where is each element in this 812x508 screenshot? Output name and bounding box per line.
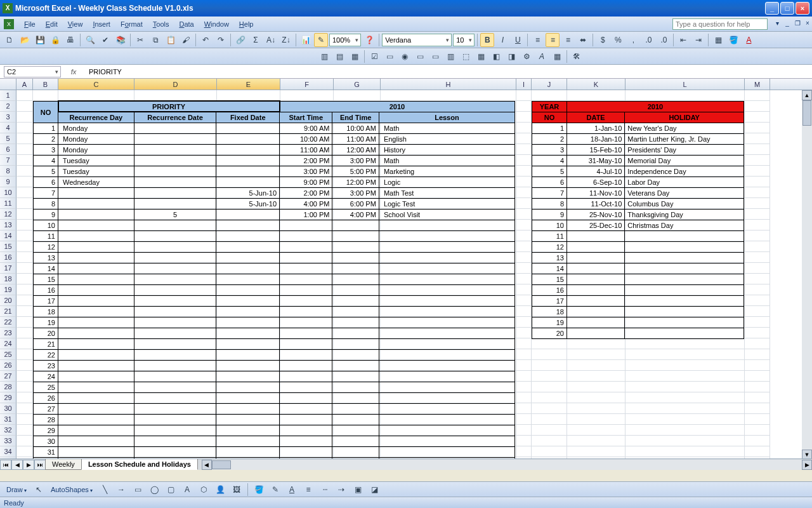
cell[interactable] (567, 371, 625, 382)
redo-icon[interactable]: ↷ (214, 33, 228, 47)
tb2-icon-12[interactable]: ◧ (489, 50, 503, 64)
row-header[interactable]: 27 (0, 371, 16, 382)
align-center-icon[interactable]: ≡ (546, 33, 560, 47)
table-row[interactable]: 4 Tuesday2:00 PM3:00 PM Math (34, 156, 515, 166)
cell[interactable] (280, 90, 334, 101)
italic-icon[interactable]: I (495, 33, 509, 47)
col-header-B[interactable]: B (33, 79, 58, 90)
cell[interactable] (745, 263, 770, 274)
cell[interactable] (745, 425, 770, 436)
cell[interactable] (745, 446, 770, 457)
align-right-icon[interactable]: ≡ (561, 33, 575, 47)
formula-input[interactable]: PRIORITY (86, 68, 812, 76)
cell[interactable] (567, 90, 625, 101)
col-header-I[interactable]: I (516, 79, 532, 90)
open-icon[interactable]: 📂 (18, 33, 32, 47)
cell[interactable] (567, 382, 625, 392)
help-dropdown-icon[interactable]: ▾ (773, 20, 782, 29)
cell[interactable] (532, 403, 567, 414)
underline-icon[interactable]: U (511, 33, 525, 47)
name-box[interactable]: C2 (4, 66, 61, 77)
row-header[interactable]: 34 (0, 446, 16, 457)
table-row[interactable]: 19 (34, 318, 515, 328)
row-header[interactable]: 32 (0, 425, 16, 436)
cell[interactable] (516, 112, 532, 123)
cell[interactable] (745, 144, 770, 155)
col-header-A[interactable]: A (16, 79, 33, 90)
row-header[interactable]: 17 (0, 263, 16, 274)
cell[interactable] (516, 231, 532, 241)
cell[interactable] (16, 425, 33, 436)
select-objects-icon[interactable]: ↖ (32, 483, 46, 497)
table-row[interactable]: 28 (34, 415, 515, 425)
tab-prev-icon[interactable]: ◀ (11, 460, 23, 470)
table-row[interactable]: 12 (34, 242, 515, 253)
cell[interactable] (516, 425, 532, 436)
cell[interactable] (334, 90, 381, 101)
cell[interactable] (516, 414, 532, 425)
cell[interactable] (745, 101, 770, 112)
cell[interactable] (16, 101, 33, 112)
row-header[interactable]: 20 (0, 295, 16, 306)
cell[interactable] (516, 403, 532, 414)
cell[interactable] (745, 436, 770, 446)
cell[interactable] (16, 144, 33, 155)
line-style-icon[interactable]: ≡ (301, 483, 315, 497)
cell[interactable] (745, 349, 770, 360)
clipart-icon[interactable]: 👤 (213, 483, 227, 497)
permission-icon[interactable]: 🔒 (48, 33, 62, 47)
decrease-indent-icon[interactable]: ⇤ (676, 33, 690, 47)
tab-last-icon[interactable]: ⏭ (34, 460, 46, 470)
cell[interactable] (16, 187, 33, 198)
tb2-icon-13[interactable]: ◨ (504, 50, 518, 64)
autosum-icon[interactable]: Σ (249, 33, 263, 47)
table-row[interactable]: 30 (34, 436, 515, 447)
col-header-J[interactable]: J (532, 79, 567, 90)
menu-insert[interactable]: Insert (88, 18, 115, 30)
cell[interactable] (134, 90, 217, 101)
cell[interactable] (745, 209, 770, 220)
cell[interactable] (567, 403, 625, 414)
cell[interactable] (16, 198, 33, 209)
cell[interactable] (516, 209, 532, 220)
cell[interactable] (516, 144, 532, 155)
cell[interactable] (516, 436, 532, 446)
cell[interactable] (532, 371, 567, 382)
cell[interactable] (16, 241, 33, 252)
cell[interactable] (516, 177, 532, 187)
tb2-icon-2[interactable]: ▤ (332, 50, 346, 64)
cut-icon[interactable]: ✂ (133, 33, 147, 47)
hscroll-thumb[interactable] (212, 460, 231, 469)
borders-icon[interactable]: ▦ (711, 33, 725, 47)
table-row[interactable]: 26 (34, 393, 515, 404)
cell[interactable] (532, 425, 567, 436)
menu-format[interactable]: Format (115, 18, 148, 30)
table-row[interactable]: 925-Nov-10Thanksgiving Day (532, 210, 744, 220)
row-header[interactable]: 25 (0, 349, 16, 360)
tab-next-icon[interactable]: ▶ (23, 460, 34, 470)
cell[interactable] (16, 392, 33, 403)
cell[interactable] (745, 403, 770, 414)
tb2-icon-9[interactable]: ▥ (443, 50, 457, 64)
cell[interactable] (745, 382, 770, 392)
rectangle-icon[interactable]: ▭ (131, 483, 145, 497)
print-preview-icon[interactable]: 🔍 (83, 33, 97, 47)
table-row[interactable]: 18 (532, 307, 744, 318)
tb2-icon-4[interactable]: ☑ (367, 50, 381, 64)
fx-icon[interactable]: fx (61, 68, 86, 76)
holiday-table[interactable]: YEAR2010NODATEHOLIDAY11-Jan-10New Year's… (532, 101, 744, 339)
cell[interactable] (16, 306, 33, 317)
arrow-icon[interactable]: → (114, 483, 128, 497)
cell[interactable] (567, 425, 625, 436)
tb2-icon-3[interactable]: ▦ (348, 50, 362, 64)
table-row[interactable]: 11 (34, 231, 515, 242)
table-row[interactable]: 25 (34, 382, 515, 393)
row-header[interactable]: 19 (0, 284, 16, 295)
cell[interactable] (516, 101, 532, 112)
cell[interactable] (16, 403, 33, 414)
font-color-draw-icon[interactable]: A (285, 483, 299, 497)
tb2-icon-14[interactable]: ⚙ (520, 50, 534, 64)
decrease-decimal-icon[interactable]: .0 (657, 33, 671, 47)
textbox-icon[interactable]: ▢ (164, 483, 178, 497)
cell[interactable] (745, 166, 770, 177)
